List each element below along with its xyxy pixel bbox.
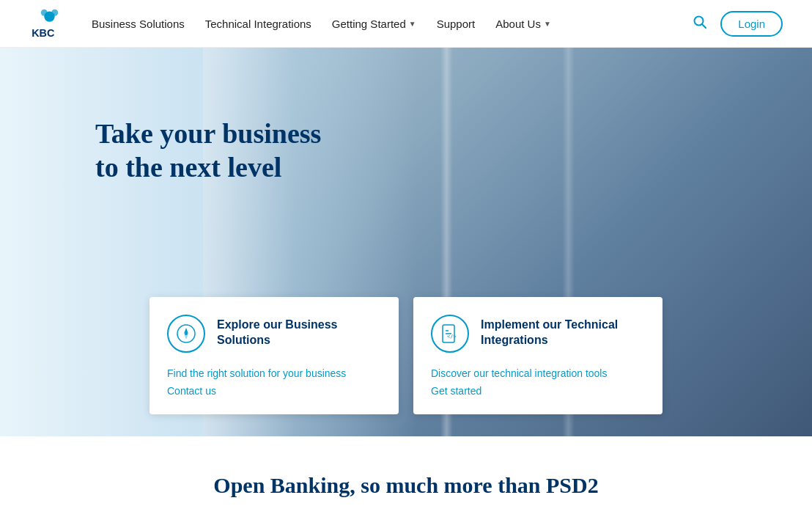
business-card-links: Find the right solution for your busines… [167, 367, 378, 397]
find-solution-link[interactable]: Find the right solution for your busines… [167, 367, 378, 379]
bottom-section: Open Banking, so much more than PSD2 Rea… [0, 436, 812, 517]
nav-about-us[interactable]: About Us ▼ [495, 18, 551, 30]
svg-point-9 [185, 332, 188, 335]
search-button[interactable] [693, 15, 707, 33]
hero-title: Take your business to the next level [95, 117, 321, 184]
svg-line-5 [702, 24, 706, 28]
chevron-down-icon-about: ▼ [544, 20, 551, 28]
chevron-down-icon: ▼ [409, 20, 416, 28]
hero-section: Take your business to the next level Exp… [0, 48, 812, 436]
technical-integrations-card: </> Implement our Technical Integrations… [413, 297, 662, 414]
get-started-link[interactable]: Get started [431, 385, 642, 397]
bottom-title: Open Banking, so much more than PSD2 [29, 473, 783, 498]
nav-support[interactable]: Support [437, 18, 476, 30]
discover-tools-link[interactable]: Discover our technical integration tools [431, 367, 642, 379]
svg-point-1 [41, 9, 48, 15]
cards-container: Explore our Business Solutions Find the … [150, 297, 662, 414]
business-solutions-card: Explore our Business Solutions Find the … [150, 297, 399, 414]
logo[interactable]: KBC [29, 7, 70, 40]
login-button[interactable]: Login [720, 11, 783, 37]
code-icon: </> [431, 315, 469, 353]
header: KBC Business Solutions Technical Integra… [0, 0, 812, 48]
svg-text:KBC: KBC [32, 26, 54, 38]
main-nav: Business Solutions Technical Integration… [92, 18, 693, 30]
technical-card-links: Discover our technical integration tools… [431, 367, 642, 397]
compass-icon [167, 315, 205, 353]
nav-getting-started[interactable]: Getting Started ▼ [332, 18, 416, 30]
svg-text:</>: </> [447, 334, 457, 340]
business-card-title: Explore our Business Solutions [217, 318, 378, 348]
hero-text-block: Take your business to the next level [95, 117, 321, 184]
nav-business-solutions[interactable]: Business Solutions [92, 18, 185, 30]
header-actions: Login [693, 11, 783, 37]
svg-point-2 [51, 9, 58, 15]
search-icon [693, 15, 707, 29]
nav-technical-integrations[interactable]: Technical Integrations [205, 18, 311, 30]
contact-us-link[interactable]: Contact us [167, 385, 378, 397]
technical-card-title: Implement our Technical Integrations [481, 318, 642, 348]
